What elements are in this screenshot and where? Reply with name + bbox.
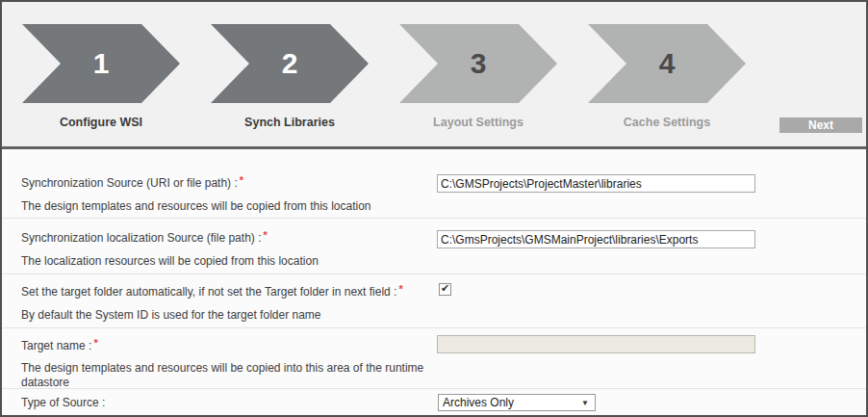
- wizard-step-2[interactable]: 2 Synch Libraries: [211, 24, 369, 129]
- step-3-label: Layout Settings: [399, 116, 557, 129]
- required-marker: *: [263, 229, 267, 241]
- auto-target-folder-description: By default the System ID is used for the…: [21, 308, 866, 322]
- type-of-source-label-text: Type of Source :: [21, 396, 105, 409]
- required-marker: *: [240, 174, 243, 186]
- localization-source-input[interactable]: [437, 230, 755, 248]
- sync-settings-form: Synchronization Source (URI or file path…: [2, 149, 866, 415]
- step-4-number: 4: [659, 49, 676, 78]
- localization-source-description: The localization resources will be copie…: [21, 254, 866, 268]
- step-4-chevron-icon: 4: [588, 24, 746, 103]
- sync-source-description: The design templates and resources will …: [21, 199, 866, 213]
- step-4-label: Cache Settings: [588, 116, 746, 129]
- type-of-source-selected-value: Archives Only: [443, 396, 581, 409]
- required-marker: *: [398, 283, 402, 295]
- auto-target-folder-checkbox[interactable]: ✔: [439, 283, 451, 296]
- target-name-label-text: Target name :: [21, 339, 91, 352]
- step-3-number: 3: [471, 49, 487, 78]
- target-name-row: Target name :* The design templates and …: [2, 328, 866, 389]
- localization-source-label-text: Synchronization localization Source (fil…: [21, 231, 261, 245]
- auto-target-folder-row: Set the target folder automatically, if …: [2, 274, 866, 328]
- type-of-source-select[interactable]: Archives Only ▼: [438, 394, 596, 411]
- step-1-label: Configure WSI: [22, 116, 180, 129]
- wizard-step-1[interactable]: 1 Configure WSI: [22, 24, 180, 129]
- wizard-step-3[interactable]: 3 Layout Settings: [399, 24, 557, 129]
- sync-source-row: Synchronization Source (URI or file path…: [2, 149, 866, 219]
- checkmark-icon: ✔: [441, 283, 449, 294]
- step-3-chevron-icon: 3: [399, 24, 557, 103]
- target-name-description: The design templates and resources will …: [21, 361, 449, 390]
- step-2-chevron-icon: 2: [211, 24, 369, 103]
- target-name-input: [437, 335, 755, 353]
- next-button[interactable]: Next: [779, 117, 862, 133]
- step-2-label: Synch Libraries: [211, 116, 369, 129]
- localization-source-row: Synchronization localization Source (fil…: [2, 219, 866, 274]
- sync-source-input[interactable]: [437, 174, 755, 193]
- sync-source-label-text: Synchronization Source (URI or file path…: [21, 176, 238, 190]
- auto-target-folder-label-text: Set the target folder automatically, if …: [21, 285, 396, 299]
- dropdown-arrow-icon: ▼: [581, 399, 589, 407]
- step-1-chevron-icon: 1: [22, 24, 180, 103]
- wizard-step-4[interactable]: 4 Cache Settings: [588, 24, 746, 129]
- sync-wizard-window: 1 Configure WSI 2 Synch Libraries 3 Layo…: [0, 0, 868, 417]
- wizard-steps: 1 Configure WSI 2 Synch Libraries 3 Layo…: [22, 24, 777, 129]
- type-of-source-row: Type of Source : Archives Only ▼: [2, 389, 866, 415]
- wizard-header: 1 Configure WSI 2 Synch Libraries 3 Layo…: [2, 2, 866, 146]
- required-marker: *: [93, 337, 97, 349]
- step-2-number: 2: [282, 49, 298, 78]
- step-1-number: 1: [93, 49, 110, 78]
